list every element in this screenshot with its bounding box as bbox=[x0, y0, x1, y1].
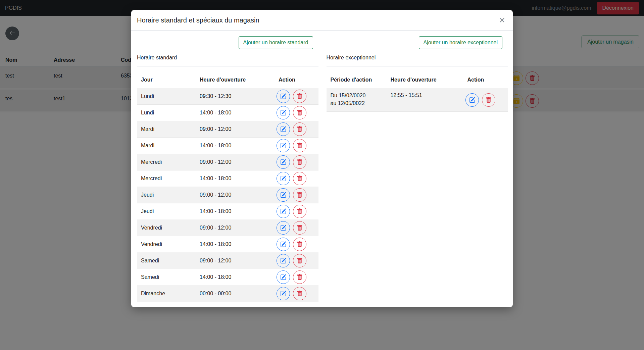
edit-schedule-button[interactable] bbox=[277, 238, 290, 251]
hours-cell: 09:30 - 12:30 bbox=[196, 93, 275, 99]
row-actions bbox=[275, 287, 318, 300]
delete-schedule-button[interactable] bbox=[293, 122, 306, 136]
delete-schedule-button[interactable] bbox=[293, 139, 306, 152]
divider bbox=[137, 66, 318, 66]
pencil-square-icon bbox=[280, 93, 286, 99]
delete-schedule-button[interactable] bbox=[293, 172, 306, 185]
delete-schedule-button[interactable] bbox=[293, 90, 306, 103]
pencil-square-icon bbox=[280, 176, 286, 182]
exceptional-schedule-row: Du 15/02/0020 au 12/05/0022 12:55 - 15:5… bbox=[327, 88, 508, 112]
day-cell: Lundi bbox=[137, 110, 196, 116]
col-header-action: Action bbox=[463, 77, 508, 83]
pencil-square-icon bbox=[280, 274, 286, 280]
edit-schedule-button[interactable] bbox=[277, 221, 290, 235]
standard-schedule-row: Vendredi 14:00 - 18:00 bbox=[137, 236, 318, 253]
modal-title: Horaire standard et spéciaux du magasin bbox=[137, 16, 259, 24]
trash-icon bbox=[297, 241, 303, 247]
add-exceptional-schedule-button[interactable]: Ajouter un horaire exceptionnel bbox=[419, 36, 502, 49]
exceptional-schedule-section: Ajouter un horaire exceptionnel Horaire … bbox=[327, 36, 508, 302]
row-actions bbox=[275, 238, 318, 251]
edit-schedule-button[interactable] bbox=[277, 270, 290, 284]
edit-schedule-button[interactable] bbox=[277, 90, 290, 103]
row-actions bbox=[275, 122, 318, 136]
pencil-square-icon bbox=[280, 208, 286, 214]
pencil-square-icon bbox=[469, 97, 475, 103]
row-actions bbox=[463, 93, 508, 107]
exceptional-table: Période d'action Heure d'ouverture Actio… bbox=[327, 72, 508, 112]
standard-table: Jour Heure d'ouverture Action Lundi 09:3… bbox=[137, 72, 318, 302]
standard-table-body: Lundi 09:30 - 12:30 Lundi 14:00 - 18:00 bbox=[137, 88, 318, 302]
divider bbox=[327, 66, 508, 66]
standard-schedule-row: Dimanche 00:00 - 00:00 bbox=[137, 286, 318, 302]
trash-icon bbox=[297, 110, 303, 116]
day-cell: Samedi bbox=[137, 258, 196, 264]
row-actions bbox=[275, 270, 318, 284]
delete-schedule-button[interactable] bbox=[293, 188, 306, 202]
delete-schedule-button[interactable] bbox=[293, 221, 306, 235]
delete-schedule-button[interactable] bbox=[293, 287, 306, 300]
standard-schedule-row: Mardi 14:00 - 18:00 bbox=[137, 138, 318, 154]
row-actions bbox=[275, 221, 318, 235]
delete-schedule-button[interactable] bbox=[293, 238, 306, 251]
exceptional-table-body: Du 15/02/0020 au 12/05/0022 12:55 - 15:5… bbox=[327, 88, 508, 112]
hours-cell: 14:00 - 18:00 bbox=[196, 274, 275, 280]
edit-schedule-button[interactable] bbox=[277, 106, 290, 119]
day-cell: Lundi bbox=[137, 93, 196, 99]
hours-cell: 14:00 - 18:00 bbox=[196, 241, 275, 247]
trash-icon bbox=[297, 176, 303, 182]
standard-schedule-row: Mercredi 14:00 - 18:00 bbox=[137, 170, 318, 187]
day-cell: Dimanche bbox=[137, 291, 196, 297]
pencil-square-icon bbox=[280, 143, 286, 149]
exceptional-table-header: Période d'action Heure d'ouverture Actio… bbox=[327, 72, 508, 88]
add-standard-schedule-button[interactable]: Ajouter un horaire standard bbox=[239, 36, 313, 49]
delete-schedule-button[interactable] bbox=[293, 254, 306, 267]
standard-schedule-row: Mardi 09:00 - 12:00 bbox=[137, 121, 318, 138]
day-cell: Samedi bbox=[137, 274, 196, 280]
trash-icon bbox=[297, 126, 303, 132]
trash-icon bbox=[297, 159, 303, 165]
row-actions bbox=[275, 205, 318, 218]
day-cell: Mercredi bbox=[137, 159, 196, 165]
pencil-square-icon bbox=[280, 159, 286, 165]
edit-schedule-button[interactable] bbox=[277, 188, 290, 202]
edit-schedule-button[interactable] bbox=[277, 155, 290, 169]
row-actions bbox=[275, 90, 318, 103]
trash-icon bbox=[297, 225, 303, 231]
edit-schedule-button[interactable] bbox=[277, 122, 290, 136]
close-icon[interactable]: × bbox=[495, 13, 509, 28]
hours-cell: 14:00 - 18:00 bbox=[196, 176, 275, 182]
edit-schedule-button[interactable] bbox=[277, 287, 290, 300]
delete-schedule-button[interactable] bbox=[293, 155, 306, 169]
edit-schedule-button[interactable] bbox=[277, 172, 290, 185]
hours-cell: 12:55 - 15:51 bbox=[387, 88, 463, 98]
hours-cell: 09:00 - 12:00 bbox=[196, 258, 275, 264]
day-cell: Jeudi bbox=[137, 208, 196, 214]
pencil-square-icon bbox=[280, 241, 286, 247]
period-cell: Du 15/02/0020 au 12/05/0022 bbox=[327, 88, 387, 110]
col-header-heure: Heure d'ouverture bbox=[387, 77, 463, 83]
delete-schedule-button[interactable] bbox=[482, 93, 495, 107]
hours-cell: 14:00 - 18:00 bbox=[196, 143, 275, 149]
delete-schedule-button[interactable] bbox=[293, 270, 306, 284]
standard-schedule-row: Samedi 09:00 - 12:00 bbox=[137, 253, 318, 269]
pencil-square-icon bbox=[280, 225, 286, 231]
trash-icon bbox=[297, 274, 303, 280]
standard-schedule-row: Lundi 09:30 - 12:30 bbox=[137, 88, 318, 105]
edit-schedule-button[interactable] bbox=[277, 254, 290, 267]
standard-schedule-row: Jeudi 14:00 - 18:00 bbox=[137, 203, 318, 220]
day-cell: Mercredi bbox=[137, 176, 196, 182]
col-header-jour: Jour bbox=[137, 77, 196, 83]
edit-schedule-button[interactable] bbox=[277, 205, 290, 218]
hours-cell: 00:00 - 00:00 bbox=[196, 291, 275, 297]
pencil-square-icon bbox=[280, 192, 286, 198]
edit-schedule-button[interactable] bbox=[277, 139, 290, 152]
delete-schedule-button[interactable] bbox=[293, 205, 306, 218]
row-actions bbox=[275, 188, 318, 202]
day-cell: Mardi bbox=[137, 126, 196, 132]
standard-schedule-row: Samedi 14:00 - 18:00 bbox=[137, 269, 318, 286]
trash-icon bbox=[297, 143, 303, 149]
trash-icon bbox=[486, 97, 492, 103]
delete-schedule-button[interactable] bbox=[293, 106, 306, 119]
standard-schedule-section: Ajouter un horaire standard Horaire stan… bbox=[137, 36, 318, 302]
edit-schedule-button[interactable] bbox=[465, 93, 479, 107]
